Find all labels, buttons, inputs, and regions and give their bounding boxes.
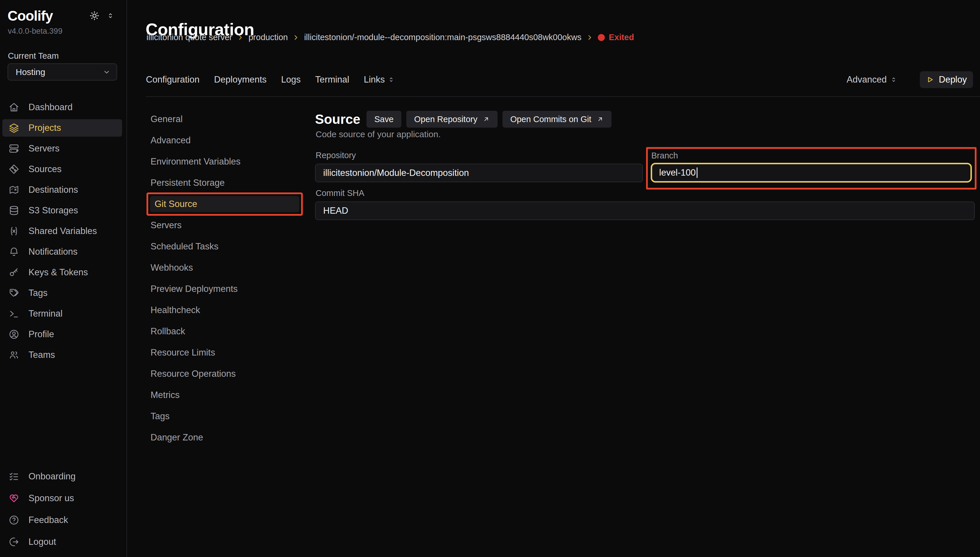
sidebar-nav: Dashboard Projects Servers Sources Desti… [2,99,122,364]
open-repository-label: Open Repository [414,114,478,124]
subnav-item-general[interactable]: General [146,111,303,127]
chevron-down-icon [102,68,111,76]
commit-sha-input[interactable]: HEAD [315,202,975,220]
sidebar-item-onboarding[interactable]: Onboarding [2,468,122,485]
team-select[interactable]: Hosting [8,64,117,80]
status-dot-icon [598,34,605,41]
sidebar-item-label: Notifications [28,246,78,257]
logo-row: Coolify [8,8,114,24]
sidebar-item-destinations[interactable]: Destinations [2,181,122,199]
sidebar-item-label: Logout [28,537,56,547]
theme-toggle-button[interactable] [89,10,100,21]
branch-input[interactable]: level-100 [651,163,972,182]
users-icon [9,350,19,360]
repository-label: Repository [315,150,643,160]
repository-input[interactable]: illicitestonion/Module-Decomposition [315,164,643,182]
tab-deployments[interactable]: Deployments [214,75,267,85]
chevron-right-icon [237,34,244,41]
source-header-row: Source Save Open Repository Open Commits… [315,111,611,128]
open-commits-label: Open Commits on Git [510,114,592,124]
tab-logs[interactable]: Logs [281,75,301,85]
deploy-label: Deploy [939,75,967,85]
subnav-item-scheduled-tasks[interactable]: Scheduled Tasks [146,238,303,255]
sidebar-item-servers[interactable]: Servers [2,140,122,157]
chevron-right-icon [586,34,593,41]
layers-icon [9,123,19,133]
app-version: v4.0.0-beta.399 [8,27,62,36]
chevrons-up-down-icon [388,76,395,83]
subnav-item-environment-variables[interactable]: Environment Variables [146,153,303,170]
sidebar-item-shared-variables[interactable]: Shared Variables [2,222,122,240]
advanced-label: Advanced [847,75,887,85]
subnav-item-danger-zone[interactable]: Danger Zone [146,429,303,446]
sidebar-item-sources[interactable]: Sources [2,160,122,178]
sidebar-item-label: Projects [28,123,61,133]
heart-handshake-icon [9,493,19,503]
logout-icon [9,537,19,547]
sidebar-item-label: S3 Storages [28,205,78,216]
configuration-content: General Advanced Environment Variables P… [127,96,980,557]
subnav-item-resource-operations[interactable]: Resource Operations [146,366,303,382]
theme-select-button[interactable] [107,11,114,20]
breadcrumb-project[interactable]: illicitonion quote server [146,33,232,42]
user-circle-icon [9,329,19,340]
sidebar-item-label: Keys & Tokens [28,267,88,278]
sidebar-item-tags[interactable]: Tags [2,284,122,302]
subnav-item-git-source[interactable]: Git Source [150,196,299,212]
advanced-menu[interactable]: Advanced [847,75,897,85]
sidebar-item-sponsor-us[interactable]: Sponsor us [2,490,122,507]
breadcrumb-environment[interactable]: production [249,33,288,42]
subnav-item-healthcheck[interactable]: Healthcheck [146,302,303,318]
bell-icon [9,246,19,257]
breadcrumb-resource[interactable]: illicitestonion/-module--decomposition:m… [304,33,581,42]
key-icon [9,267,19,278]
branch-annotation-box: Branch level-100 [646,147,977,189]
git-source-annotation-box: Git Source [146,192,303,216]
chevrons-up-down-icon [890,76,897,83]
subnav-item-resource-limits[interactable]: Resource Limits [146,345,303,361]
sidebar-item-notifications[interactable]: Notifications [2,243,122,261]
subnav-item-advanced[interactable]: Advanced [146,132,303,148]
open-commits-button[interactable]: Open Commits on Git [502,111,611,128]
subnav-item-servers[interactable]: Servers [146,217,303,233]
sidebar-item-s3-storages[interactable]: S3 Storages [2,202,122,219]
tab-links-label: Links [364,75,385,85]
open-repository-button[interactable]: Open Repository [406,111,497,128]
arrow-up-right-icon [483,116,490,123]
repository-value: illicitestonion/Module-Decomposition [323,168,469,178]
tab-terminal[interactable]: Terminal [315,75,349,85]
sidebar-item-label: Feedback [28,515,68,525]
sidebar-item-terminal[interactable]: Terminal [2,305,122,322]
sun-icon [89,10,100,21]
sidebar-item-dashboard[interactable]: Dashboard [2,99,122,116]
sidebar-item-label: Destinations [28,185,78,195]
variable-icon [9,226,19,236]
checklist-icon [9,471,19,482]
sidebar: Coolify v4.0.0-beta.399 Current Team Hos… [0,0,127,557]
sidebar-item-feedback[interactable]: Feedback [2,511,122,529]
sidebar-item-keys-tokens[interactable]: Keys & Tokens [2,264,122,281]
sidebar-item-logout[interactable]: Logout [2,533,122,550]
subnav-item-persistent-storage[interactable]: Persistent Storage [146,175,303,191]
subnav-item-webhooks[interactable]: Webhooks [146,260,303,276]
subnav-item-preview-deployments[interactable]: Preview Deployments [146,281,303,297]
deploy-button[interactable]: Deploy [920,71,973,88]
tab-links[interactable]: Links [364,75,395,85]
sidebar-item-projects[interactable]: Projects [2,119,122,137]
sidebar-item-profile[interactable]: Profile [2,326,122,343]
terminal-icon [9,308,19,319]
chevron-right-icon [293,34,299,41]
subnav-item-tags[interactable]: Tags [146,408,303,424]
sidebar-item-teams[interactable]: Teams [2,346,122,364]
tab-configuration[interactable]: Configuration [146,75,199,85]
save-label: Save [374,114,393,124]
sidebar-item-label: Sources [28,164,62,174]
arrow-up-right-icon [596,116,604,123]
subnav-item-metrics[interactable]: Metrics [146,387,303,403]
git-source-icon [9,164,19,174]
sidebar-item-label: Shared Variables [28,226,97,236]
save-button[interactable]: Save [366,111,401,128]
sidebar-item-label: Profile [28,329,54,340]
map-icon [9,185,19,195]
subnav-item-rollback[interactable]: Rollback [146,323,303,340]
